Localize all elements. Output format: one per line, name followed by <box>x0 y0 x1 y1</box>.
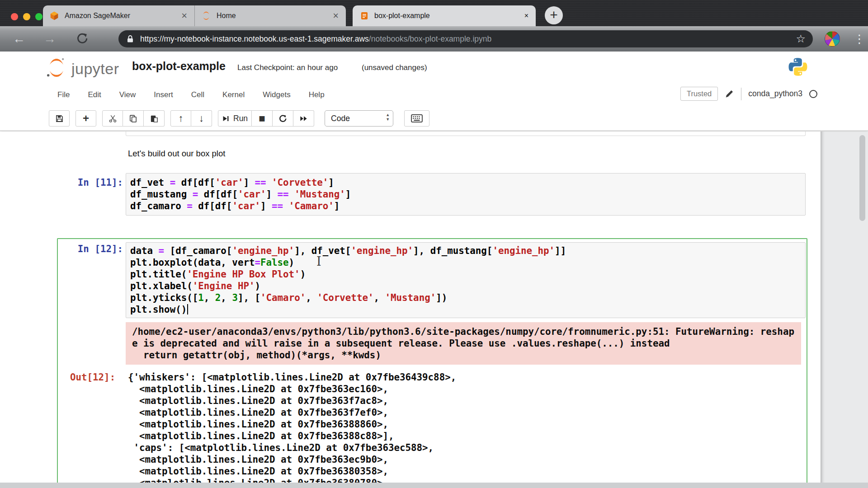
run-label: Run <box>233 114 248 123</box>
checkpoint-status: Last Checkpoint: an hour ago <box>237 63 338 72</box>
divider <box>741 88 741 100</box>
url-text: https://my-notebook-instance.notebook.us… <box>140 34 491 44</box>
tab-close-icon[interactable]: × <box>332 11 340 21</box>
lock-icon <box>126 34 135 43</box>
address-bar[interactable]: https://my-notebook-instance.notebook.us… <box>118 30 813 47</box>
add-cell-button[interactable]: + <box>75 110 96 127</box>
paste-cells-button[interactable] <box>144 110 165 127</box>
sagemaker-cube-icon <box>49 11 59 21</box>
bookmark-star-icon[interactable]: ☆ <box>796 33 806 45</box>
menu-bar: File Edit View Insert Cell Kernel Widget… <box>0 84 868 106</box>
page-gutter <box>821 131 868 488</box>
save-button[interactable] <box>49 110 70 127</box>
trusted-button[interactable]: Trusted <box>680 87 718 101</box>
code-input-area[interactable]: data = [df_camaro['engine_hp'], df_vet['… <box>126 242 806 318</box>
interrupt-kernel-button[interactable]: ■ <box>252 110 273 127</box>
jupyter-header: jupyter box-plot-example Last Checkpoint… <box>0 52 868 131</box>
restart-run-all-button[interactable] <box>293 110 314 127</box>
jupyter-logo[interactable]: jupyter <box>45 56 119 79</box>
browser-tab-strip: Amazon SageMaker × Home × box-plot-examp… <box>0 0 868 26</box>
jupyter-logo-text: jupyter <box>71 60 119 78</box>
browser-toolbar: ← → https://my-notebook-instance.noteboo… <box>0 26 868 52</box>
copy-icon <box>129 114 137 123</box>
floppy-icon <box>55 114 64 123</box>
cut-cell-button[interactable] <box>102 110 123 127</box>
step-forward-icon <box>222 115 230 122</box>
menu-insert[interactable]: Insert <box>154 90 173 99</box>
close-window-button[interactable] <box>11 13 18 20</box>
menu-file[interactable]: File <box>57 90 70 99</box>
code-cell-12-selected[interactable]: In [12]: data = [df_camaro['engine_hp'],… <box>57 238 807 488</box>
window-controls <box>11 13 42 20</box>
menu-view[interactable]: View <box>119 90 136 99</box>
notebook-file-icon <box>360 11 369 20</box>
unsaved-changes-status: (unsaved changes) <box>362 63 427 72</box>
tab-close-icon[interactable]: × <box>524 12 528 20</box>
notebook-toolbar: + ↑ ↓ Run ■ <box>0 106 868 131</box>
window-bottom-edge <box>0 483 868 488</box>
cell-type-value: Code <box>331 114 350 123</box>
code-input-area[interactable]: df_vet = df[df['car'] == 'Corvette']df_m… <box>126 173 806 216</box>
tab-close-icon[interactable]: × <box>180 11 188 21</box>
tab-label: box-plot-example <box>374 12 524 20</box>
tab-label: Amazon SageMaker <box>65 12 180 20</box>
jupyter-tab-icon <box>201 11 211 21</box>
scrollbar[interactable] <box>859 135 865 221</box>
tab-amazon-sagemaker[interactable]: Amazon SageMaker × <box>43 5 194 26</box>
kernel-name: conda_python3 <box>748 89 802 99</box>
restart-kernel-button[interactable] <box>273 110 293 127</box>
menu-edit[interactable]: Edit <box>88 90 101 99</box>
back-icon[interactable]: ← <box>13 32 25 46</box>
menu-kernel[interactable]: Kernel <box>222 90 245 99</box>
command-palette-button[interactable] <box>404 110 429 127</box>
markdown-cell[interactable]: Let's build out our box plot <box>128 149 225 159</box>
input-prompt: In [12]: <box>57 243 123 255</box>
copy-cells-button[interactable] <box>123 110 144 127</box>
zoom-window-button[interactable] <box>35 13 42 20</box>
tab-box-plot-example[interactable]: box-plot-example × <box>353 5 536 26</box>
minimize-window-button[interactable] <box>23 13 30 20</box>
mouse-ibeam-cursor: I <box>316 254 321 268</box>
notebook-title[interactable]: box-plot-example <box>132 60 226 73</box>
menu-help[interactable]: Help <box>309 90 325 99</box>
browser-profile-avatar[interactable] <box>825 31 840 47</box>
menu-widgets[interactable]: Widgets <box>263 90 290 99</box>
scissors-icon <box>108 114 117 123</box>
notebook-area: Let's build out our box plot In [11]: df… <box>0 131 868 488</box>
input-prompt: In [11]: <box>57 177 123 188</box>
run-cell-button[interactable]: Run <box>218 110 252 127</box>
jupyter-logo-icon <box>45 56 68 79</box>
move-cell-up-button[interactable]: ↑ <box>170 110 191 127</box>
fast-forward-icon <box>299 114 308 123</box>
url-host: https://my-notebook-instance.notebook.us… <box>140 34 369 43</box>
output-text: {'whiskers': [<matplotlib.lines.Line2D a… <box>128 369 807 488</box>
url-path: /notebooks/box-plot-example.ipynb <box>369 34 491 43</box>
move-cell-down-button[interactable]: ↓ <box>191 110 212 127</box>
kernel-idle-indicator <box>809 90 817 98</box>
keyboard-icon <box>411 114 423 123</box>
new-tab-button[interactable]: + <box>545 6 563 24</box>
pencil-icon <box>725 89 734 99</box>
code-cell-11[interactable]: In [11]: df_vet = df[df['car'] == 'Corve… <box>57 173 807 216</box>
reload-icon[interactable] <box>76 32 89 45</box>
forward-icon[interactable]: → <box>43 32 56 46</box>
output-row: Out[12]: {'whiskers': [<matplotlib.lines… <box>58 369 807 488</box>
python-logo-icon <box>788 56 808 77</box>
restart-icon <box>278 114 288 123</box>
cell-type-select[interactable]: Code ▲▼ <box>325 110 393 127</box>
menu-cell[interactable]: Cell <box>191 90 204 99</box>
select-stepper-icon: ▲▼ <box>386 113 390 122</box>
paste-icon <box>150 114 158 123</box>
stderr-warning-output: /home/ec2-user/anaconda3/envs/python3/li… <box>126 322 801 365</box>
output-prompt: Out[12]: <box>70 371 115 383</box>
tab-home[interactable]: Home × <box>194 5 346 26</box>
partial-cell-above <box>126 131 806 136</box>
tab-label: Home <box>217 12 332 20</box>
browser-menu-icon[interactable]: ⋮ <box>854 33 865 45</box>
